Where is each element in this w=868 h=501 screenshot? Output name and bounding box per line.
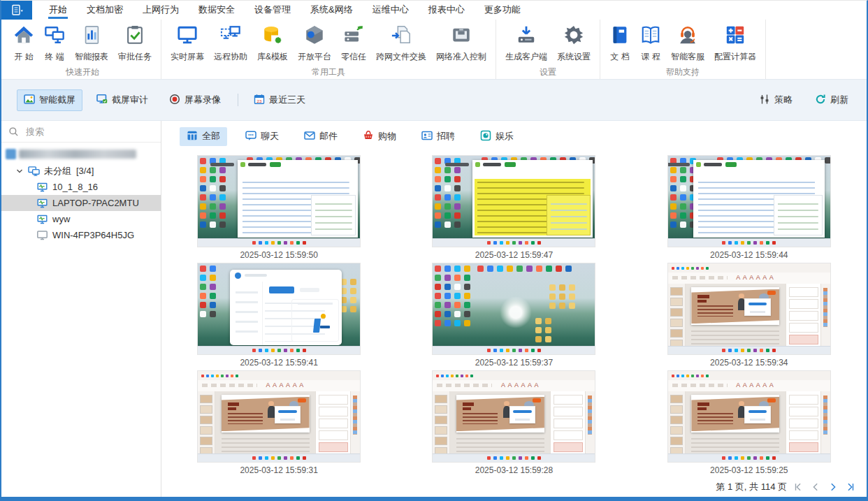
- filter-tab-label: 邮件: [319, 130, 338, 143]
- ribbon-button-label: 网络准入控制: [436, 51, 486, 63]
- policy-icon: [759, 94, 770, 107]
- screenshot-timestamp: 2025-03-12 15:59:28: [475, 465, 553, 475]
- tree-item-terminal[interactable]: wyw: [1, 211, 161, 227]
- ribbon-button[interactable]: 审批任务: [113, 23, 157, 64]
- ribbon-button[interactable]: 智能报表: [70, 23, 113, 64]
- main-area: 未分组[3/4]10_1_8_16LAPTOP-7PAC2MTUwywWIN-4…: [1, 121, 867, 497]
- filter-tab-cart[interactable]: 购物: [356, 127, 403, 146]
- toolbar-button[interactable]: 截屏审计: [89, 89, 155, 111]
- first-page-button[interactable]: [792, 481, 804, 493]
- toolbar-button[interactable]: 智能截屏: [17, 89, 82, 111]
- chevron-down-icon[interactable]: [15, 167, 24, 175]
- screenshot-thumbnail[interactable]: [198, 156, 360, 247]
- client-icon: [516, 24, 537, 48]
- screenshot-thumbnail[interactable]: [668, 156, 830, 247]
- screenshot-gallery: 2025-03-12 15:59:502025-03-12 15:59:4720…: [161, 152, 867, 477]
- refresh-icon: [815, 94, 826, 107]
- date-range-filter-label: 最近三天: [269, 94, 305, 106]
- ribbon-button[interactable]: 智能客服: [666, 23, 709, 64]
- ribbon-button-label: 审批任务: [118, 51, 152, 63]
- ribbon-button[interactable]: 终 端: [39, 23, 70, 64]
- prev-page-button[interactable]: [809, 481, 822, 493]
- date-range-filter-button[interactable]: 23最近三天: [247, 89, 312, 111]
- menubar-item-7[interactable]: 运维中心: [363, 1, 419, 20]
- filter-tab-grid[interactable]: 全部: [180, 127, 227, 146]
- screenshot-thumbnail[interactable]: [668, 371, 830, 462]
- gallery-item: 2025-03-12 15:59:31: [161, 371, 396, 477]
- toolbar-button-policy[interactable]: 策略: [752, 89, 800, 111]
- toolbar-button-refresh[interactable]: 刷新: [808, 89, 855, 111]
- screenshot-thumbnail[interactable]: [668, 263, 830, 354]
- menubar-item-2[interactable]: 文档加密: [77, 1, 133, 20]
- screenshot-thumbnail[interactable]: [433, 371, 595, 462]
- filter-tab-idcard[interactable]: 招聘: [414, 127, 462, 146]
- tree-group-label: 未分组: [44, 165, 71, 177]
- audit-icon: [96, 94, 108, 107]
- tree-group-count: [3/4]: [76, 166, 94, 176]
- ribbon-button-label: 智能报表: [75, 51, 108, 63]
- screen-icon: [177, 24, 198, 48]
- screenshot-thumbnail[interactable]: [198, 371, 360, 462]
- filter-tab-label: 购物: [378, 130, 396, 143]
- tree-group-ungrouped[interactable]: 未分组[3/4]: [1, 163, 161, 179]
- ribbon-button[interactable]: 零信任: [336, 23, 371, 64]
- ribbon-button[interactable]: 生成客户端: [500, 23, 552, 64]
- menubar-item-3[interactable]: 上网行为: [133, 1, 189, 20]
- menubar-item-1[interactable]: 开始: [39, 1, 77, 20]
- ribbon-button[interactable]: 课 程: [635, 23, 666, 64]
- remote-icon: [220, 24, 241, 48]
- screenshot-thumbnail[interactable]: [198, 263, 360, 354]
- ribbon-button-label: 课 程: [641, 51, 660, 63]
- ribbon-button[interactable]: 开放平台: [293, 23, 336, 64]
- search-input[interactable]: [24, 126, 154, 138]
- ribbon-group-caption: 设置: [500, 64, 595, 80]
- toolbar-button[interactable]: 屏幕录像: [162, 89, 228, 111]
- menubar-item-4[interactable]: 数据安全: [189, 1, 245, 20]
- pagination-bar: 第 1 页, 共 114 页: [161, 477, 867, 497]
- app-menu-button[interactable]: [1, 1, 32, 20]
- ribbon-button[interactable]: 文 档: [605, 23, 635, 64]
- filter-tab-label: 招聘: [437, 130, 455, 143]
- screenshot-thumbnail[interactable]: [433, 156, 595, 247]
- redacted-label: [19, 150, 136, 159]
- menubar-item-6[interactable]: 系统&网络: [301, 1, 363, 20]
- first-page-icon: [793, 482, 803, 492]
- filter-tab-game[interactable]: 娱乐: [473, 127, 521, 146]
- game-icon: [480, 130, 491, 143]
- ribbon-button[interactable]: 网络准入控制: [431, 23, 491, 64]
- ribbon-toolbar: 开 始终 端智能报表审批任务快速开始实时屏幕远程协助库&模板开放平台零信任跨网文…: [1, 20, 867, 79]
- menubar-item-9[interactable]: 更多功能: [475, 1, 530, 20]
- ribbon-button-label: 文 档: [610, 51, 629, 63]
- ribbon-button[interactable]: 实时屏幕: [166, 23, 209, 64]
- last-page-button[interactable]: [844, 481, 857, 493]
- filter-tab-chat[interactable]: 聊天: [238, 127, 286, 146]
- ribbon-button-label: 跨网文件交换: [376, 51, 426, 63]
- exchange-icon: [391, 24, 412, 48]
- tree-item-redacted[interactable]: [6, 148, 161, 160]
- gallery-item: 2025-03-12 15:59:37: [396, 263, 631, 371]
- app-window: 开始文档加密上网行为数据安全设备管理系统&网络运维中心报表中心更多功能 开 始终…: [0, 0, 868, 501]
- calendar-icon: 23: [254, 94, 265, 107]
- tree-item-terminal[interactable]: WIN-4FP3P64H5JG: [1, 227, 161, 243]
- ribbon-button-label: 开放平台: [298, 51, 331, 63]
- ribbon-button[interactable]: 远程协助: [209, 23, 252, 64]
- home-icon: [13, 24, 34, 48]
- menu-tabs: 开始文档加密上网行为数据安全设备管理系统&网络运维中心报表中心更多功能: [32, 1, 530, 20]
- ribbon-button[interactable]: 配置计算器: [709, 23, 761, 64]
- ribbon-button[interactable]: 库&模板: [252, 23, 293, 64]
- gallery-item: 2025-03-12 15:59:50: [161, 156, 396, 263]
- terminal-name: wyw: [52, 214, 70, 224]
- tree-item-terminal[interactable]: LAPTOP-7PAC2MTU: [1, 195, 161, 211]
- tree-item-terminal[interactable]: 10_1_8_16: [1, 179, 161, 195]
- screenshot-thumbnail[interactable]: [433, 263, 595, 354]
- menubar-item-8[interactable]: 报表中心: [419, 1, 475, 20]
- toolbar-separator: [238, 94, 238, 106]
- menubar-item-5[interactable]: 设备管理: [245, 1, 301, 20]
- ribbon-button[interactable]: 系统设置: [552, 23, 595, 64]
- ribbon-button[interactable]: 开 始: [8, 23, 39, 64]
- filter-tab-mail[interactable]: 邮件: [297, 127, 345, 146]
- next-page-button[interactable]: [827, 481, 839, 493]
- redacted-icon: [6, 149, 16, 159]
- search-box: [1, 121, 161, 143]
- ribbon-button[interactable]: 跨网文件交换: [371, 23, 431, 64]
